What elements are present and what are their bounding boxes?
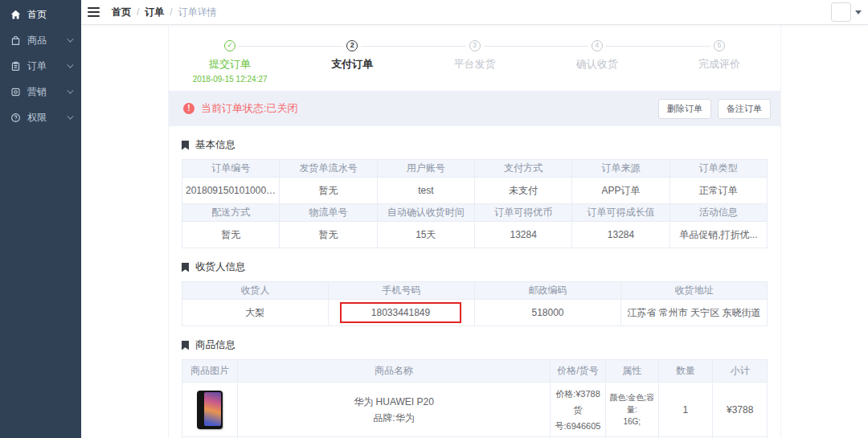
order-type: 正常订单	[669, 178, 767, 204]
order-source: APP订单	[572, 178, 669, 204]
receiver-address: 江苏省 常州市 天宁区 东晓街道	[621, 300, 768, 326]
product-name: 华为 HUAWEI P20 品牌:华为	[238, 383, 551, 437]
column-header: 属性	[606, 360, 659, 383]
column-header: 小计	[713, 360, 768, 383]
sidebar-item-label: 首页	[27, 8, 47, 22]
attr-line: 16G;	[609, 415, 655, 428]
hamburger-icon[interactable]	[88, 7, 100, 17]
table-row: 华为 HUAWEI P20 品牌:华为 价格:¥3788 货号:6946605 …	[182, 383, 768, 437]
column-header: 收货人	[182, 282, 329, 300]
column-header: 用户账号	[377, 160, 474, 178]
step-confirm-receipt: 4 确认收货	[536, 40, 658, 84]
order-steps: ✓ 提交订单 2018-09-15 12:24:27 2 支付订单 3 平台发货…	[169, 26, 780, 84]
step-pay-order: 2 支付订单	[291, 40, 413, 84]
column-header: 订单来源	[572, 160, 669, 178]
delivery-method: 暂无	[182, 222, 280, 248]
goods-info-section: 商品信息 商品图片 商品名称 价格/货号 属性 数量 小计	[169, 338, 780, 438]
activity-info: 单品促销,打折优...	[669, 222, 767, 248]
product-price-sku: 价格:¥3788 货号:6946605	[550, 383, 605, 437]
basic-info-table: 订单编号 发货单流水号 用户账号 支付方式 订单来源 订单类型 20180915…	[182, 159, 768, 248]
column-header: 邮政编码	[475, 282, 621, 300]
sidebar-item-orders[interactable]: 订单	[0, 53, 81, 79]
postal-code: 518000	[475, 300, 621, 326]
user-dropdown[interactable]	[831, 2, 862, 22]
sidebar-item-home[interactable]: 首页	[0, 2, 81, 27]
shipping-serial: 暂无	[280, 178, 377, 204]
receiver-info-table: 收货人 手机号码 邮政编码 收货地址 大梨 18033441849 518000…	[182, 281, 768, 326]
product-brand-line: 品牌:华为	[241, 410, 547, 426]
section-title-text: 基本信息	[195, 138, 235, 152]
column-header: 商品图片	[182, 360, 238, 383]
column-header: 支付方式	[474, 160, 571, 178]
topbar: 首页 / 订单 / 订单详情	[81, 0, 868, 25]
breadcrumb: 首页 / 订单 / 订单详情	[112, 6, 217, 19]
receiver-info-section: 收货人信息 收货人 手机号码 邮政编码 收货地址 大梨 18033441849	[169, 260, 780, 326]
sidebar-item-label: 权限	[27, 111, 47, 125]
alert-message: ! 当前订单状态:已关闭	[183, 101, 298, 116]
sidebar-item-label: 营销	[27, 85, 47, 99]
step-complete-review: 5 完成评价	[658, 40, 780, 84]
product-price: 价格:¥3788	[554, 386, 602, 402]
chevron-down-icon	[67, 113, 73, 119]
order-growth: 13284	[572, 222, 669, 248]
note-order-button[interactable]: 备注订单	[718, 99, 771, 119]
product-quantity: 1	[658, 383, 713, 437]
step-number: 2	[346, 40, 358, 51]
order-detail-page: ✓ 提交订单 2018-09-15 12:24:27 2 支付订单 3 平台发货…	[81, 26, 868, 438]
alert-buttons: 删除订单 备注订单	[658, 99, 771, 119]
marketing-icon	[10, 86, 21, 97]
basic-info-section: 基本信息 订单编号 发货单流水号 用户账号 支付方式 订单来源 订单类型 201…	[169, 138, 780, 248]
column-header: 手机号码	[329, 282, 475, 300]
column-header: 收货地址	[621, 282, 768, 300]
table-row: 大梨 18033441849 518000 江苏省 常州市 天宁区 东晓街道	[182, 300, 768, 326]
sidebar-item-label: 订单	[27, 59, 47, 73]
auto-confirm-time: 15天	[377, 222, 474, 248]
order-detail-card: ✓ 提交订单 2018-09-15 12:24:27 2 支付订单 3 平台发货…	[168, 26, 781, 438]
order-icon	[10, 60, 21, 72]
receiver-phone: 18033441849	[371, 307, 430, 318]
column-header: 订单类型	[669, 160, 767, 178]
order-number: 201809150101000001	[182, 178, 280, 204]
logistics-number: 暂无	[280, 222, 377, 248]
breadcrumb-separator: /	[170, 6, 172, 18]
product-attributes: 颜色:金色;容量: 16G;	[606, 383, 659, 437]
user-account: test	[377, 178, 474, 204]
step-platform-ship: 3 平台发货	[413, 40, 535, 84]
huawei-p20-photo	[197, 391, 223, 429]
column-header: 自动确认收货时间	[377, 204, 474, 222]
sidebar-item-label: 商品	[27, 34, 47, 47]
section-title-text: 商品信息	[195, 338, 235, 352]
receiver-name: 大梨	[182, 300, 329, 326]
column-header: 物流单号	[280, 204, 377, 222]
caret-down-icon	[855, 10, 862, 14]
breadcrumb-orders[interactable]: 订单	[145, 6, 164, 19]
sidebar-item-goods[interactable]: 商品	[0, 27, 81, 53]
column-header: 订单可得优币	[474, 204, 571, 222]
highlight-annotation-box: 18033441849	[340, 302, 461, 323]
alert-text: 当前订单状态:已关闭	[201, 101, 298, 116]
home-icon	[10, 9, 21, 20]
delete-order-button[interactable]: 删除订单	[658, 99, 711, 119]
sidebar-item-permissions[interactable]: 权限	[0, 104, 81, 130]
chevron-down-icon	[67, 35, 73, 42]
breadcrumb-current: 订单详情	[178, 6, 217, 19]
bookmark-icon	[182, 341, 189, 350]
warning-icon: !	[183, 103, 194, 114]
step-label: 支付订单	[291, 57, 413, 72]
check-icon: ✓	[224, 40, 235, 51]
avatar	[831, 2, 851, 22]
breadcrumb-home[interactable]: 首页	[112, 6, 131, 19]
goods-icon	[10, 35, 21, 46]
breadcrumb-separator: /	[137, 6, 139, 18]
step-number: 3	[469, 40, 481, 51]
sidebar-item-marketing[interactable]: 营销	[0, 79, 81, 104]
order-status-alert: ! 当前订单状态:已关闭 删除订单 备注订单	[169, 91, 780, 126]
bookmark-icon	[182, 141, 189, 150]
column-header: 配送方式	[182, 204, 280, 222]
receiver-phone-cell: 18033441849	[329, 300, 475, 326]
table-row: 201809150101000001 暂无 test 未支付 APP订单 正常订…	[182, 178, 768, 204]
step-number: 5	[714, 40, 725, 51]
sidebar: 首页 商品 订单 营销 权限	[0, 0, 81, 438]
column-header: 价格/货号	[550, 360, 605, 383]
payment-method: 未支付	[474, 178, 571, 204]
